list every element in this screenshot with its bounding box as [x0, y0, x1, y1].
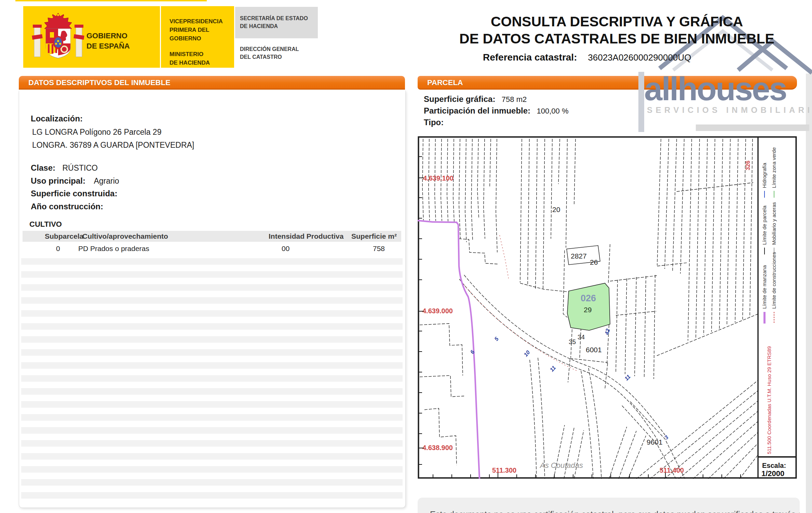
referencia-value: 36023A026000290000UQ — [588, 52, 691, 63]
parcel-label-6001: 6001 — [586, 346, 602, 354]
col-superficie: Superficie m² — [351, 232, 397, 240]
col-cultivo: Cultivo/aprovechamiento — [82, 232, 168, 240]
referencia-catastral: Referencia catastral: 36023A026000290000… — [483, 52, 691, 63]
parcel-label-26: 26 — [590, 258, 598, 266]
utm-coordinate-labels: 4.639.100 4.639.000 4.638.900 511.300 51… — [422, 174, 684, 474]
participacion-row: Participación del inmueble: 100,00 % — [424, 106, 569, 116]
parcel-label-20: 20 — [552, 206, 560, 213]
cultivo-table-row: 0 PD Prados o praderas 00 758 — [23, 244, 401, 255]
blue-num-11b: 11 — [623, 373, 632, 382]
cadastral-document-page: GOBIERNO DE ESPAÑA VICEPRESIDENCIA PRIME… — [0, 0, 812, 513]
uso-value: Agrario — [94, 176, 119, 185]
participacion-value: 100,00 % — [537, 107, 569, 115]
datos-descriptivos-header: DATOS DESCRIPTIVOS DEL INMUEBLE — [19, 76, 405, 90]
footer-disclaimer-text: Este documento no es una certificación c… — [430, 510, 800, 513]
document-title-line2: DE DATOS CATASTRALES DE BIEN INMUEBLE — [459, 31, 774, 47]
allhouses-brand-text: allhouses — [644, 70, 786, 108]
logo-divider — [160, 6, 161, 68]
coord-x2: 511.400 — [660, 466, 684, 474]
road-lines — [459, 275, 665, 479]
escala-value: 1/2000 — [761, 469, 784, 478]
superficie-grafica-row: Superficie gráfica: 758 m2 — [424, 94, 569, 104]
parcel-label-2827: 2827 — [571, 252, 587, 260]
parcela-fields: Superficie gráfica: 758 m2 Participación… — [424, 94, 569, 127]
col-subparcela: Subparcela — [45, 232, 83, 240]
vicepresidencia-label: VICEPRESIDENCIA PRIMERA DEL GOBIERNO — [170, 17, 234, 43]
coord-x1: 511.300 — [492, 466, 516, 474]
blue-num-10: 10 — [523, 349, 531, 358]
footer-disclaimer-box: Este documento no es una certificación c… — [418, 498, 800, 513]
coord-y3: 4.638.900 — [422, 444, 453, 451]
cell-subparcela: 0 — [56, 245, 60, 253]
uso-row: Uso principal: Agrario — [31, 176, 119, 186]
escala-label: Escala: — [762, 462, 786, 469]
document-title-line1: CONSULTA DESCRIPTIVA Y GRÁFICA — [491, 14, 743, 30]
legend-limite-manzana: Límite de manzana — [761, 265, 767, 309]
gov-logo-block: GOBIERNO DE ESPAÑA VICEPRESIDENCIA PRIME… — [23, 6, 234, 68]
legend-zona-verde: Límite zona verde — [771, 147, 777, 188]
ano-construccion-label: Año construcción: — [31, 202, 103, 211]
legend-limite-parcela: Límite de parcela — [761, 205, 767, 245]
localizacion-line2: LONGRA. 36789 A GUARDA [PONTEVEDRA] — [32, 141, 194, 150]
scrollbar-track[interactable] — [806, 74, 812, 513]
blue-num-11a: 11 — [549, 365, 557, 373]
parcel-label-35: 35 — [569, 338, 576, 345]
legend-mobiliario: Mobiliario y aceras — [771, 202, 777, 245]
clase-row: Clase: RÚSTICO — [31, 163, 98, 173]
selected-parcel-code: 026 — [581, 293, 596, 303]
cultivo-table-header: Subparcela Cultivo/aprovechamiento Inten… — [23, 231, 401, 242]
col-intensidad: Intensidad Productiva — [269, 232, 343, 240]
datos-descriptivos-panel: Localización: LG LONGRA Polígono 26 Parc… — [19, 91, 406, 508]
top-edge-sliver — [15, 0, 207, 1]
cadastral-map: 026 29 20 2827 26 34 35 6001 9601 As Cou… — [418, 136, 797, 479]
secretaria-box: SECRETARÍA DE ESTADO DE HACIENDA — [235, 7, 318, 38]
referencia-label: Referencia catastral: — [483, 52, 577, 63]
map-legend: Hidrografía Límite zona verde Límite de … — [758, 137, 796, 478]
cell-cultivo: PD Prados o praderas — [78, 245, 149, 253]
blue-num-3: 3 — [663, 434, 669, 440]
blue-num-42: 42 — [604, 328, 611, 336]
gobierno-espana-label: GOBIERNO DE ESPAÑA — [86, 31, 130, 51]
legend-hidrografia: Hidrografía — [761, 162, 767, 188]
localizacion-label: Localización: — [31, 114, 83, 123]
blue-num-5: 5 — [493, 336, 500, 342]
superficie-grafica-value: 758 m2 — [502, 95, 527, 104]
tipo-row: Tipo: — [424, 118, 569, 127]
direccion-catastro-label: DIRECCIÓN GENERAL DEL CATASTRO — [240, 45, 299, 61]
parcel-label-9601: 9601 — [647, 438, 663, 446]
coord-y1: 4.639.100 — [423, 174, 454, 182]
superficie-construida-label: Superficie construida: — [31, 189, 117, 198]
cultivo-title: CULTIVO — [29, 220, 62, 229]
legend-limite-construcciones: Límite de construcciones — [771, 252, 777, 309]
road-label-326: 326 — [745, 161, 751, 170]
clase-value: RÚSTICO — [63, 163, 98, 172]
construction-limit-lines — [462, 235, 578, 371]
legend-utm-reference: 511.500 Coordenadas U.T.M. Huso 29 ETRS8… — [766, 346, 772, 454]
localizacion-line1: LG LONGRA Polígono 26 Parcela 29 — [32, 128, 161, 137]
coord-y2: 4.639.000 — [422, 307, 453, 315]
cell-superficie: 758 — [373, 245, 385, 253]
cell-intensidad: 00 — [282, 245, 289, 253]
selected-parcel-number: 29 — [584, 306, 592, 314]
place-label-as-coutadas: As Coutadas — [539, 461, 583, 470]
ministerio-hacienda-label: MINISTERIO DE HACIENDA — [170, 50, 210, 67]
allhouses-tagline: SERVICIOS INMOBILIARIOS — [647, 105, 812, 115]
parcel-label-34: 34 — [578, 333, 585, 341]
empty-table-rows — [21, 258, 403, 505]
spain-coat-of-arms-icon — [31, 11, 85, 63]
